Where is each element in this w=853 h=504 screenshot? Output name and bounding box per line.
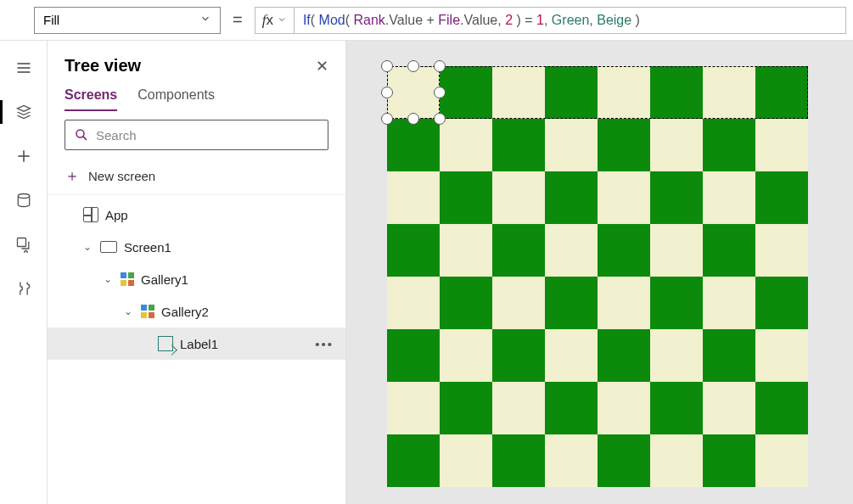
board-square[interactable] [492, 171, 545, 224]
board-square[interactable] [650, 171, 703, 224]
resize-handle[interactable] [434, 113, 446, 125]
tree-node-gallery2[interactable]: ⌄ Gallery2 [48, 295, 345, 328]
board-square[interactable] [492, 434, 545, 487]
board-square[interactable] [703, 119, 755, 171]
board-square[interactable] [440, 171, 492, 224]
board-square[interactable] [440, 434, 492, 487]
board-square[interactable] [387, 329, 440, 382]
search-icon [74, 127, 89, 143]
board-square[interactable] [545, 224, 598, 277]
board-square[interactable] [598, 224, 650, 277]
property-dropdown[interactable]: Fill [34, 7, 221, 34]
tree-view-icon[interactable] [14, 102, 34, 122]
svg-point-5 [18, 194, 29, 199]
tree-node-gallery1[interactable]: ⌄ Gallery1 [48, 263, 345, 295]
formula-bar[interactable]: If( Mod( Rank.Value + File.Value, 2 ) = … [295, 7, 846, 34]
board-square[interactable] [650, 382, 703, 434]
more-icon[interactable]: ••• [315, 337, 334, 351]
board-square[interactable] [492, 329, 545, 382]
new-screen-label: New screen [88, 169, 155, 183]
board-square[interactable] [703, 434, 755, 487]
board-square[interactable] [755, 171, 808, 224]
board-square[interactable] [387, 119, 440, 171]
chevron-down-icon[interactable]: ⌄ [81, 241, 93, 253]
resize-handle[interactable] [407, 113, 419, 125]
board-square[interactable] [440, 277, 492, 329]
chevron-down-icon[interactable]: ⌄ [102, 273, 114, 285]
board-square[interactable] [387, 434, 440, 487]
tab-components[interactable]: Components [137, 87, 215, 111]
board-square[interactable] [492, 224, 545, 277]
board-square[interactable] [492, 382, 545, 434]
resize-handle[interactable] [381, 113, 393, 125]
tree-label: Label1 [180, 337, 218, 351]
board-square[interactable] [703, 171, 755, 224]
board-square[interactable] [755, 329, 808, 382]
board-square[interactable] [545, 329, 598, 382]
board-square[interactable] [598, 171, 650, 224]
board-square[interactable] [598, 329, 650, 382]
tools-icon[interactable] [14, 278, 34, 299]
resize-handle[interactable] [434, 87, 446, 98]
board-square[interactable] [545, 277, 598, 329]
board-square[interactable] [440, 382, 492, 434]
board-square[interactable] [598, 119, 650, 171]
board-square[interactable] [545, 382, 598, 434]
chevron-down-icon[interactable]: ⌄ [122, 305, 134, 317]
hamburger-icon[interactable] [14, 58, 34, 78]
checkerboard[interactable] [387, 66, 808, 487]
media-icon[interactable] [14, 234, 34, 255]
close-icon[interactable]: ✕ [316, 57, 328, 76]
canvas[interactable] [346, 41, 853, 504]
board-square[interactable] [387, 277, 440, 329]
fx-button[interactable]: fx [255, 7, 295, 34]
data-icon[interactable] [14, 190, 34, 210]
resize-handle[interactable] [381, 60, 393, 72]
board-square[interactable] [598, 434, 650, 487]
label-selection[interactable] [387, 66, 440, 119]
resize-handle[interactable] [434, 60, 446, 72]
board-square[interactable] [440, 224, 492, 277]
tree-label: Gallery1 [141, 272, 188, 287]
board-square[interactable] [598, 382, 650, 434]
gallery-row-selection[interactable] [387, 66, 808, 119]
board-square[interactable] [703, 224, 755, 277]
board-square[interactable] [755, 382, 808, 434]
board-square[interactable] [650, 224, 703, 277]
board-square[interactable] [492, 119, 545, 171]
tree-node-screen1[interactable]: ⌄ Screen1 [48, 231, 345, 263]
tab-screens[interactable]: Screens [65, 87, 117, 111]
board-square[interactable] [703, 277, 755, 329]
board-square[interactable] [545, 434, 598, 487]
board-square[interactable] [387, 171, 440, 224]
chevron-down-icon [277, 13, 287, 28]
board-square[interactable] [703, 329, 755, 382]
board-square[interactable] [387, 382, 440, 434]
board-square[interactable] [755, 277, 808, 329]
resize-handle[interactable] [381, 87, 393, 98]
board-square[interactable] [703, 382, 755, 434]
board-square[interactable] [440, 119, 492, 171]
board-square[interactable] [755, 434, 808, 487]
board-square[interactable] [492, 277, 545, 329]
board-square[interactable] [440, 329, 492, 382]
new-screen-button[interactable]: ＋ New screen [48, 157, 345, 195]
board-square[interactable] [755, 224, 808, 277]
board-square[interactable] [650, 277, 703, 329]
search-field[interactable] [96, 128, 319, 143]
equals-label: = [233, 10, 243, 30]
board-square[interactable] [545, 171, 598, 224]
board-square[interactable] [650, 329, 703, 382]
board-square[interactable] [545, 119, 598, 171]
insert-icon[interactable] [14, 146, 34, 166]
board-square[interactable] [598, 277, 650, 329]
board-square[interactable] [387, 224, 440, 277]
board-square[interactable] [650, 119, 703, 171]
gallery-icon [141, 305, 154, 318]
board-square[interactable] [650, 434, 703, 487]
board-square[interactable] [755, 119, 808, 171]
resize-handle[interactable] [407, 60, 419, 72]
tree-node-app[interactable]: App [48, 199, 345, 231]
search-input[interactable] [65, 120, 328, 150]
tree-node-label1[interactable]: Label1 ••• [48, 328, 345, 360]
